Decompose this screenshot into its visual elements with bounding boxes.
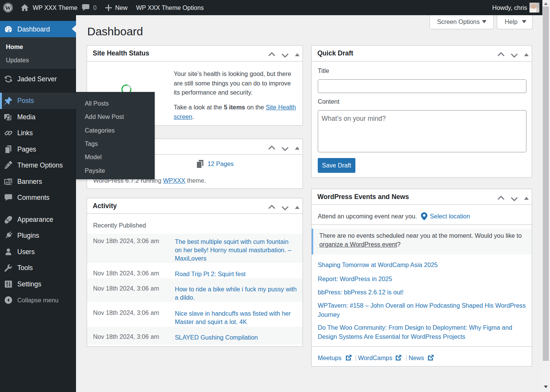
- svg-text:W: W: [5, 5, 11, 11]
